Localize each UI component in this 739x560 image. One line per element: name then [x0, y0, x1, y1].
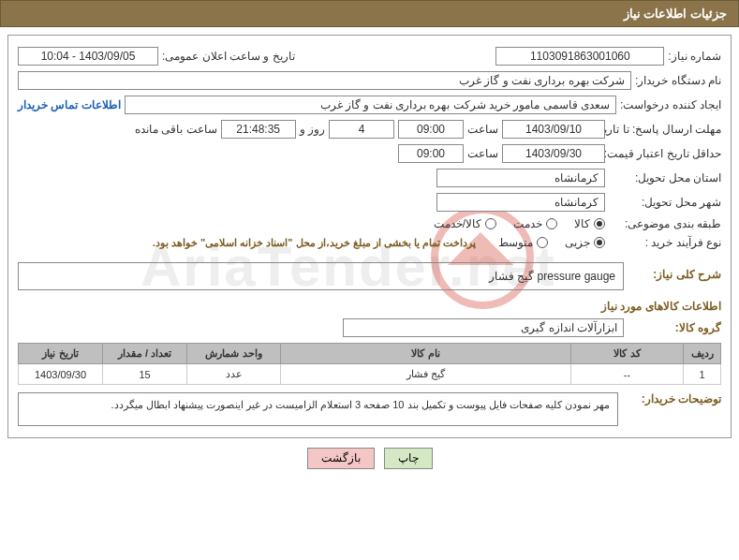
buyer-org-label: نام دستگاه خریدار:	[635, 74, 721, 87]
goods-section-title: اطلاعات کالاهای مورد نیاز	[18, 300, 721, 313]
cell-code: --	[571, 364, 684, 385]
validity-label: حداقل تاریخ اعتبار قیمت: تا تاریخ:	[609, 147, 721, 160]
radio-goods-dot	[594, 218, 605, 229]
cell-unit: عدد	[187, 364, 281, 385]
buyer-notes-value: مهر نمودن کلیه صفحات فایل پیوست و تکمیل …	[18, 392, 618, 426]
radio-goods[interactable]: کالا	[574, 217, 605, 230]
radio-medium-dot	[537, 237, 548, 248]
th-row: ردیف	[684, 344, 721, 364]
goods-group-value: ابزارآلات اندازه گیری	[343, 318, 624, 337]
cell-name: گیج فشار	[281, 364, 571, 385]
th-unit: واحد شمارش	[187, 344, 281, 364]
deadline-date: 1403/09/10	[502, 120, 605, 139]
table-header-row: ردیف کد کالا نام کالا واحد شمارش تعداد /…	[19, 344, 721, 364]
validity-date: 1403/09/30	[502, 144, 605, 163]
contact-link[interactable]: اطلاعات تماس خریدار	[18, 98, 121, 111]
action-buttons: چاپ بازگشت	[0, 448, 739, 469]
category-radios: کالا خدمت کالا/خدمت	[434, 217, 605, 230]
need-no-value: 1103091863001060	[495, 47, 664, 66]
cell-qty: 15	[103, 364, 187, 385]
page-title: جزئیات اطلاعات نیاز	[624, 7, 727, 21]
th-date: تاریخ نیاز	[19, 344, 103, 364]
province-label: استان محل تحویل:	[609, 171, 721, 184]
requester-label: ایجاد کننده درخواست:	[620, 98, 721, 111]
th-name: نام کالا	[281, 344, 571, 364]
radio-goods-label: کالا	[574, 217, 590, 230]
desc-value: pressure gauge گیج فشار	[18, 262, 624, 290]
back-button[interactable]: بازگشت	[307, 448, 375, 469]
announce-label: تاریخ و ساعت اعلان عمومی:	[162, 50, 295, 63]
radio-both-label: کالا/خدمت	[434, 217, 481, 230]
radio-medium[interactable]: متوسط	[498, 236, 548, 249]
days-and: روز و	[300, 123, 325, 136]
cell-row: 1	[684, 364, 721, 385]
province-value: کرمانشاه	[436, 169, 605, 187]
radio-partial[interactable]: جزیی	[565, 236, 605, 249]
need-no-label: شماره نیاز:	[668, 50, 721, 63]
goods-group-label: گروه کالا:	[628, 321, 721, 334]
cell-date: 1403/09/30	[19, 364, 103, 385]
remain-label: ساعت باقی مانده	[135, 123, 217, 136]
radio-service-dot	[546, 218, 557, 229]
treasury-note: پرداخت تمام یا بخشی از مبلغ خرید،از محل …	[153, 237, 476, 249]
process-radios: جزیی متوسط	[498, 236, 605, 249]
time-word-1: ساعت	[467, 123, 498, 136]
deadline-label: مهلت ارسال پاسخ: تا تاریخ:	[609, 123, 721, 136]
buyer-notes-label: توضیحات خریدار:	[628, 392, 721, 405]
page-header: جزئیات اطلاعات نیاز	[0, 0, 739, 27]
main-form: شماره نیاز: 1103091863001060 تاریخ و ساع…	[7, 35, 732, 438]
days-count: 4	[329, 120, 394, 139]
city-value: کرمانشاه	[436, 193, 605, 212]
city-label: شهر محل تحویل:	[609, 196, 721, 209]
desc-label: شرح کلی نیاز:	[628, 262, 721, 290]
goods-table: ردیف کد کالا نام کالا واحد شمارش تعداد /…	[18, 343, 721, 385]
process-label: نوع فرآیند خرید :	[609, 236, 721, 249]
radio-service[interactable]: خدمت	[513, 217, 557, 230]
announce-value: 1403/09/05 - 10:04	[18, 47, 158, 66]
radio-partial-dot	[594, 237, 605, 248]
radio-service-label: خدمت	[513, 217, 542, 230]
countdown: 21:48:35	[221, 120, 296, 139]
deadline-time: 09:00	[398, 120, 464, 139]
time-word-2: ساعت	[467, 147, 498, 160]
th-code: کد کالا	[571, 344, 684, 364]
validity-time: 09:00	[398, 144, 464, 163]
category-label: طبقه بندی موضوعی:	[609, 217, 721, 230]
radio-partial-label: جزیی	[565, 236, 590, 249]
table-row: 1 -- گیج فشار عدد 15 1403/09/30	[19, 364, 721, 385]
radio-both-dot	[485, 218, 496, 229]
radio-medium-label: متوسط	[498, 236, 533, 249]
requester-value: سعدی قاسمی مامور خرید شرکت بهره برداری ن…	[125, 96, 616, 114]
th-qty: تعداد / مقدار	[103, 344, 187, 364]
buyer-org-value: شرکت بهره برداری نفت و گاز غرب	[18, 71, 631, 90]
radio-both[interactable]: کالا/خدمت	[434, 217, 496, 230]
print-button[interactable]: چاپ	[384, 448, 433, 469]
